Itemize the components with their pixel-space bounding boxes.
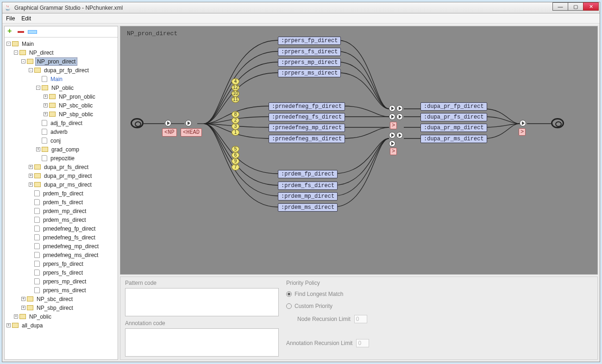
tree-item[interactable]: NP_oblic [28,313,53,320]
tree-item[interactable]: Main [49,75,64,83]
priority-badge[interactable]: 1 [232,129,239,136]
graph-node[interactable]: :prpers_fp_direct [278,37,341,45]
graph-node[interactable]: :prdem_ms_direct [278,203,338,212]
tree-item[interactable]: prpers_mp_direct [42,278,88,285]
toggle-icon[interactable]: - [14,50,18,55]
tag-np[interactable]: <NP [162,128,177,137]
arrow-icon[interactable] [389,132,395,138]
radio-custom-priority[interactable]: Custom Priority [286,303,593,309]
tree-item[interactable]: Main [20,40,35,48]
arrow-icon[interactable] [389,140,395,147]
toggle-icon[interactable]: - [36,86,40,90]
tree-item[interactable]: prpers_fs_direct [42,269,84,276]
tree-item[interactable]: prnedefneg_ms_direct [42,251,100,259]
graph-node[interactable]: :prnedefneg_ms_direct [269,135,345,143]
priority-badge[interactable]: 5 [232,146,239,152]
tag-head[interactable]: <HEAD [181,128,202,137]
arrow-icon[interactable] [396,105,403,112]
end-node[interactable] [551,118,564,128]
graph-node[interactable]: :prpers_fs_direct [278,48,341,56]
menu-file[interactable]: File [6,15,15,22]
node-recursion-input[interactable] [354,315,367,323]
priority-badge[interactable]: 6 [232,152,239,158]
graph-node[interactable]: :prdem_fp_direct [278,170,338,178]
tree-item[interactable]: prdem_mp_direct [42,207,88,215]
graph-node[interactable]: :prpers_mp_direct [278,58,341,67]
tree-item[interactable]: NP_direct [28,49,55,56]
tree-item[interactable]: NP_pron_oblic [57,93,97,100]
remove-icon[interactable] [18,31,24,33]
tree-item[interactable]: dupa_pr_fp_direct [43,67,90,74]
priority-badge[interactable]: 9 [232,158,239,164]
toggle-icon[interactable]: + [29,174,33,178]
priority-badge[interactable]: 11 [232,96,239,103]
graph-node[interactable]: :prpers_ms_direct [278,69,341,77]
toggle-icon[interactable]: + [6,323,11,327]
tag-close[interactable]: > [390,122,397,129]
toggle-icon[interactable]: - [6,42,11,46]
toggle-icon[interactable]: + [29,182,33,187]
tree-item[interactable]: NP_sbc_direct [35,295,74,303]
tree-item[interactable]: dupa_pr_ms_direct [43,181,93,188]
tree-item[interactable]: NP_oblic [50,84,75,92]
tree-item[interactable]: prnedefneg_fp_direct [42,225,97,232]
arrow-icon[interactable] [396,132,403,138]
toggle-icon[interactable]: + [21,306,25,310]
priority-badge[interactable]: 8 [232,111,239,118]
maximize-button[interactable]: ▢ [568,2,583,11]
toggle-icon[interactable]: + [44,103,48,107]
tree-item[interactable]: NP_sbp_oblic [57,111,94,118]
graph-canvas[interactable]: NP_pron_direct <NP <HEAD 4 12 10 11 8 2 … [120,26,598,275]
priority-badge[interactable]: 7 [232,164,239,170]
annotation-code-input[interactable] [125,328,279,357]
arrow-icon[interactable] [185,120,192,126]
priority-badge[interactable]: 12 [232,84,239,91]
priority-badge[interactable]: 4 [232,78,239,85]
toggle-icon[interactable]: + [14,314,18,319]
graph-node[interactable]: :prnedefneg_fp_direct [269,102,345,111]
radio-find-longest[interactable]: Find Longest Match [286,291,593,297]
toggle-icon[interactable]: - [21,59,25,63]
tree-item[interactable]: adverb [49,128,69,136]
arrow-icon[interactable] [389,113,395,120]
tree-item[interactable]: dupa_pr_fs_direct [43,163,90,171]
toggle-icon[interactable]: + [21,297,25,301]
arrow-icon[interactable] [389,105,395,112]
tag-close[interactable]: > [519,128,526,136]
tree-item[interactable]: adj_fp_direct [49,119,84,127]
graph-node[interactable]: :dupa_pr_ms_direct [420,135,487,143]
arrow-icon[interactable] [165,120,171,126]
tree-item[interactable]: NP_sbp_direct [35,304,75,312]
toggle-icon[interactable]: - [29,68,33,72]
toggle-icon[interactable]: + [44,94,48,99]
tree-item[interactable]: NP_sbc_oblic [57,102,94,109]
tree-item[interactable]: prpers_ms_direct [42,287,88,294]
arrow-icon[interactable] [520,120,526,126]
rename-icon[interactable] [28,30,37,34]
priority-badge[interactable]: 10 [232,90,239,97]
tree-item[interactable]: prdem_ms_direct [42,216,88,224]
pattern-code-input[interactable] [125,288,279,316]
graph-node[interactable]: :prdem_fs_direct [278,182,338,190]
tree-item[interactable]: grad_comp [50,146,81,153]
toggle-icon[interactable]: + [29,165,33,169]
tree-item[interactable]: all_dupa [20,322,44,329]
tree-item-selected[interactable]: NP_pron_direct [35,57,77,66]
annotation-recursion-input[interactable] [356,339,369,347]
priority-badge[interactable]: 2 [232,117,239,124]
start-node[interactable] [131,118,144,128]
tree[interactable]: -Main -NP_direct -NP_pron_direct -dupa_p… [5,38,118,359]
graph-node[interactable]: :dupa_pr_fs_direct [420,113,487,121]
graph-node[interactable]: :prnedefneg_mp_direct [269,124,345,132]
priority-badge[interactable]: 3 [232,123,239,130]
tree-item[interactable]: prnedefneg_fs_direct [42,234,97,241]
arrow-icon[interactable] [396,113,403,120]
menu-edit[interactable]: Edit [21,15,31,22]
tree-item[interactable]: prnedefneg_mp_direct [42,243,100,250]
tree-item[interactable]: prdem_fs_direct [42,199,84,206]
tree-item[interactable]: prpers_fp_direct [42,260,85,268]
graph-node[interactable]: :prdem_mp_direct [278,192,338,201]
tree-item[interactable]: prepozitie [49,155,76,162]
toggle-icon[interactable]: + [36,147,40,151]
graph-node[interactable]: :dupa_pr_fp_direct [420,102,487,111]
